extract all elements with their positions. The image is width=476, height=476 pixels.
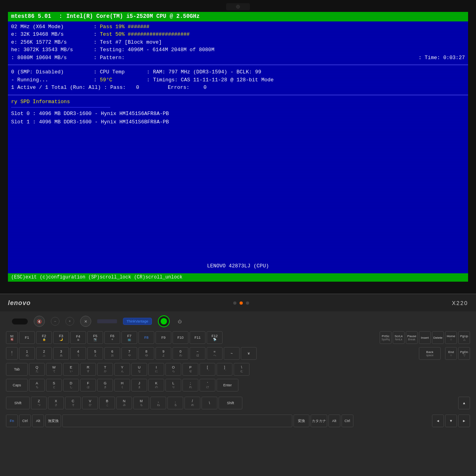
key-katakana[interactable]: カタカナ — [311, 415, 327, 427]
key-f12[interactable]: F12📡 — [207, 331, 223, 344]
key-slash[interactable]: /め — [184, 397, 200, 409]
key-pause[interactable]: PauseBreak — [406, 331, 418, 344]
key-9[interactable]: 9よ — [155, 347, 171, 360]
key-6[interactable]: 6お — [104, 347, 120, 360]
power-button[interactable] — [158, 315, 170, 327]
key-d[interactable]: Dし — [63, 379, 79, 392]
key-f[interactable]: Fは — [80, 379, 96, 392]
key-5[interactable]: 5え — [87, 347, 103, 360]
key-8[interactable]: 8ゆ — [138, 347, 154, 360]
key-right[interactable]: ► — [458, 415, 470, 427]
key-f10[interactable]: F10 — [173, 331, 188, 344]
volume-up-button[interactable]: + — [65, 317, 74, 326]
key-space[interactable] — [62, 415, 292, 427]
key-ralt[interactable]: Alt — [328, 415, 340, 427]
key-i[interactable]: Iに — [148, 363, 164, 376]
key-f9[interactable]: F9 — [155, 331, 171, 344]
key-backslash[interactable]: \む — [234, 363, 250, 376]
key-yen[interactable]: ¥ — [241, 347, 257, 360]
key-g[interactable]: Gき — [97, 379, 113, 392]
key-j[interactable]: Jま — [131, 379, 147, 392]
key-left[interactable]: ◄ — [432, 415, 444, 427]
key-tab[interactable]: Tab — [6, 363, 28, 376]
info-line-3: e: 256K 15772 MB/s : Test #7 [Block move… — [11, 38, 465, 46]
key-henkan[interactable]: 変換 — [294, 415, 309, 427]
key-f3[interactable]: F3🌙 — [53, 331, 69, 344]
key-semicolon[interactable]: ;れ — [182, 379, 198, 392]
key-c[interactable]: Cそ — [65, 397, 81, 409]
key-rshift[interactable]: Shift — [219, 397, 242, 409]
key-f7[interactable]: F7📺 — [121, 331, 137, 344]
key-v[interactable]: Vひ — [82, 397, 98, 409]
key-down[interactable]: ▼ — [445, 415, 457, 427]
key-pgdn[interactable]: PgDn▽ — [458, 347, 470, 360]
key-f8[interactable]: F8 — [138, 331, 154, 344]
key-z[interactable]: Zつ — [31, 397, 47, 409]
close-button[interactable]: ✕ — [80, 316, 91, 327]
key-b[interactable]: Bこ — [99, 397, 115, 409]
key-p[interactable]: Pせ — [182, 363, 198, 376]
key-sc[interactable]: sc🔇 — [6, 331, 18, 344]
key-a[interactable]: Aち — [29, 379, 45, 392]
key-f11[interactable]: F11 — [190, 331, 205, 344]
key-equals[interactable]: =へ — [207, 347, 223, 360]
key-e[interactable]: Eい — [63, 363, 79, 376]
key-lalt[interactable]: Alt — [32, 415, 44, 427]
key-q[interactable]: Qた — [29, 363, 45, 376]
key-f5[interactable]: F5📷 — [87, 331, 103, 344]
thinkvantage-button[interactable]: ThinkVantage — [123, 318, 152, 325]
key-0[interactable]: 0わ — [173, 347, 188, 360]
key-s[interactable]: Sと — [46, 379, 62, 392]
key-u[interactable]: Uな — [131, 363, 147, 376]
key-f4[interactable]: F4🖥 — [70, 331, 86, 344]
key-f1[interactable]: F1 — [19, 331, 35, 344]
key-f2[interactable]: F2🔒 — [36, 331, 52, 344]
key-tilde[interactable]: ~ — [224, 347, 240, 360]
key-m[interactable]: Mも — [133, 397, 149, 409]
key-minus[interactable]: −ほ — [190, 347, 205, 360]
key-lbracket[interactable]: [゛ — [200, 363, 215, 376]
camera-area — [226, 3, 250, 10]
key-insert[interactable]: Insert — [419, 331, 431, 344]
key-lctrl[interactable]: Ctrl — [19, 415, 31, 427]
key-prtsc[interactable]: PrtScSysRq — [380, 331, 392, 344]
mute-button[interactable]: 🔇 — [34, 316, 45, 327]
key-fn[interactable]: Fn — [6, 415, 18, 427]
info-line-1: 02 MHz (X64 Mode) : Pass 19% ####### — [11, 23, 465, 31]
key-up[interactable]: ▲ — [458, 397, 470, 409]
key-period[interactable]: .る — [167, 397, 183, 409]
key-caps[interactable]: Caps — [6, 379, 28, 392]
key-y[interactable]: Yん — [114, 363, 130, 376]
key-rctrl[interactable]: Ctrl — [342, 415, 353, 427]
key-pgup[interactable]: PgUp△ — [458, 331, 470, 344]
key-rbracket[interactable]: ]゜ — [217, 363, 232, 376]
key-backtick[interactable]: !" — [6, 347, 18, 360]
key-w[interactable]: Wて — [46, 363, 62, 376]
key-n[interactable]: Nみ — [116, 397, 132, 409]
key-backspace[interactable]: Backspace — [419, 347, 441, 360]
key-scrlk[interactable]: ScrLkNmLk — [393, 331, 405, 344]
key-h[interactable]: Hく — [114, 379, 130, 392]
volume-down-button[interactable]: − — [51, 317, 60, 326]
key-comma[interactable]: ,ね — [150, 397, 166, 409]
key-f6[interactable]: F6☀ — [104, 331, 120, 344]
key-o[interactable]: Oら — [165, 363, 181, 376]
key-x[interactable]: Xさ — [48, 397, 64, 409]
key-enter[interactable]: Enter — [217, 379, 238, 392]
key-backslash2[interactable]: \ — [202, 397, 217, 409]
key-2[interactable]: 2ふ — [36, 347, 52, 360]
key-t[interactable]: Tか — [97, 363, 113, 376]
key-r[interactable]: Rす — [80, 363, 96, 376]
key-lshift[interactable]: Shift — [6, 397, 30, 409]
key-3[interactable]: 3あ — [53, 347, 69, 360]
key-4[interactable]: 4う — [70, 347, 86, 360]
key-muhenkan[interactable]: 無変換 — [45, 415, 61, 427]
key-end[interactable]: End☆ — [445, 347, 457, 360]
key-1[interactable]: 1ぬ — [19, 347, 35, 360]
key-k[interactable]: Kの — [148, 379, 164, 392]
key-l[interactable]: Lり — [165, 379, 181, 392]
key-7[interactable]: 7や — [121, 347, 137, 360]
key-delete[interactable]: Delete — [432, 331, 444, 344]
key-home[interactable]: Home☆ — [445, 331, 457, 344]
key-quote[interactable]: 'け — [200, 379, 215, 392]
